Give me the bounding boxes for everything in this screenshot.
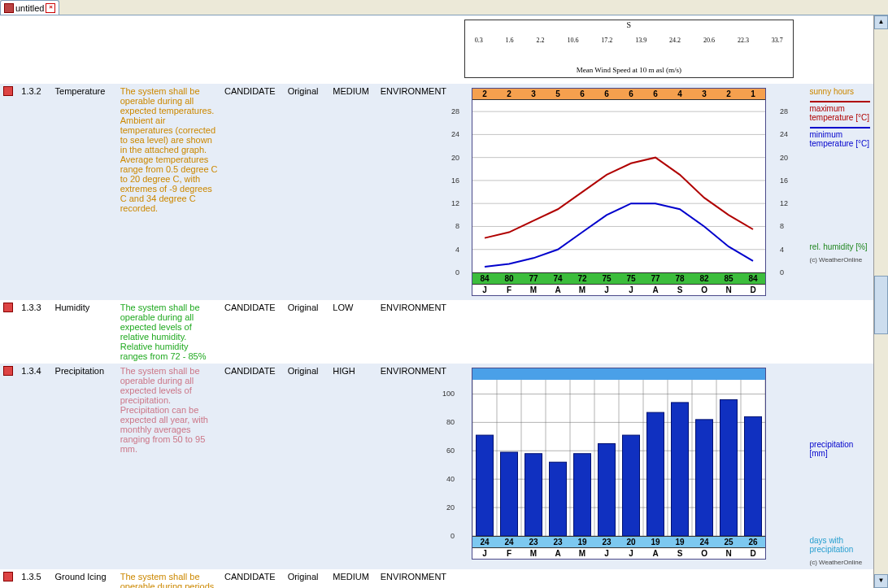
chart-cell: 223566664321 04812162024280481216202428 …	[454, 84, 806, 300]
chart-cell	[454, 300, 806, 364]
svg-rect-29	[525, 454, 542, 536]
requirement-icon	[3, 86, 13, 96]
requirement-title: Humidity	[52, 300, 117, 364]
section-number: 1.3.3	[18, 300, 51, 364]
chart-legend: sunny hours maximum temperature [°C] min…	[807, 84, 874, 300]
svg-rect-38	[745, 416, 762, 536]
scroll-thumb[interactable]	[874, 276, 888, 334]
status-cell: CANDIDATE	[221, 84, 285, 300]
status-cell: CANDIDATE	[221, 300, 285, 364]
severity-cell: HIGH	[329, 364, 377, 569]
section-number: 1.3.2	[18, 84, 51, 300]
requirement-icon	[3, 303, 13, 312]
type-cell: Original	[285, 84, 330, 300]
type-cell: Original	[285, 569, 330, 588]
chart-legend	[807, 300, 874, 364]
requirement-row[interactable]: 1.3.4 Precipitation The system shall be …	[0, 364, 873, 569]
requirement-row[interactable]: 1.3.3 Humidity The system shall be opera…	[0, 300, 873, 364]
legend-min-temp: minimum temperature [°C]	[810, 130, 871, 148]
legend-precip-days: days with precipitation	[810, 536, 871, 554]
legend-precip: precipitation [mm]	[810, 440, 871, 458]
humidity-band: 848077747275757778828584	[472, 272, 765, 284]
type-cell: Original	[285, 300, 330, 364]
status-cell: CANDIDATE	[221, 569, 285, 588]
requirement-title: Ground Icing	[52, 569, 117, 588]
type-cell: Original	[285, 364, 330, 569]
svg-rect-30	[550, 462, 567, 536]
category-cell: ENVIRONMENT	[377, 84, 454, 300]
requirement-text: The system shall be operable during all …	[117, 84, 221, 300]
svg-rect-28	[501, 452, 518, 536]
precip-days-band: 242423231923201919242526	[472, 536, 765, 547]
svg-rect-27	[477, 435, 494, 536]
document-icon	[4, 3, 14, 13]
svg-rect-32	[599, 444, 616, 536]
wind-caption: Mean Wind Speed at 10 m asl (m/s)	[465, 66, 793, 74]
severity-cell: MEDIUM	[329, 84, 377, 300]
category-cell: ENVIRONMENT	[377, 300, 454, 364]
legend-sunny: sunny hours	[810, 87, 871, 96]
legend-humidity: rel. humidity [%]	[810, 242, 871, 251]
svg-rect-31	[574, 454, 591, 536]
status-cell: CANDIDATE	[221, 364, 285, 569]
requirement-icon	[3, 572, 13, 581]
severity-cell: LOW	[329, 300, 377, 364]
requirement-row[interactable]: 1.3.5 Ground Icing The system shall be o…	[0, 569, 873, 588]
chart-legend: precipitation [mm] days with precipitati…	[807, 364, 874, 569]
temperature-chart: 223566664321 04812162024280481216202428 …	[472, 88, 766, 296]
document-tab[interactable]: untitled ×	[0, 0, 59, 15]
requirement-text: The system shall be operable during all …	[117, 364, 221, 569]
requirement-text: The system shall be operable during all …	[117, 300, 221, 364]
tab-title: untitled	[15, 3, 44, 13]
svg-rect-37	[720, 399, 738, 536]
requirement-row[interactable]: 1.3.2 Temperature The system shall be op…	[0, 84, 873, 300]
requirements-grid: S 0.31.62.210.617.213.924.220.622.333.7 …	[0, 15, 874, 588]
svg-rect-36	[696, 420, 713, 536]
requirement-title: Precipitation	[52, 364, 117, 569]
scroll-up-button[interactable]: ▲	[874, 15, 888, 29]
category-cell: ENVIRONMENT	[377, 569, 454, 588]
month-axis: JFMAMJJASOND	[472, 284, 765, 295]
wind-south-label: S	[465, 20, 793, 29]
section-number: 1.3.5	[18, 569, 51, 588]
wind-chart-stub: S 0.31.62.210.617.213.924.220.622.333.7 …	[464, 20, 794, 78]
svg-rect-33	[623, 435, 640, 536]
chart-legend	[807, 569, 874, 588]
legend-max-temp: maximum temperature [°C]	[810, 104, 871, 122]
requirement-icon	[3, 366, 13, 376]
chart-copyright: (c) WeatherOnline	[810, 559, 871, 566]
chart-cell: 020406080100 242423231923201919242526 JF…	[454, 364, 806, 569]
scroll-down-button[interactable]: ▼	[874, 574, 888, 588]
severity-cell: MEDIUM	[329, 569, 377, 588]
chart-copyright: (c) WeatherOnline	[810, 256, 871, 264]
svg-rect-35	[672, 403, 689, 536]
month-axis: JFMAMJJASOND	[472, 547, 765, 559]
vertical-scrollbar[interactable]: ▲ ▼	[874, 15, 888, 588]
tab-bar: untitled ×	[0, 0, 888, 15]
svg-rect-34	[647, 412, 664, 536]
precipitation-chart: 020406080100 242423231923201919242526 JF…	[472, 368, 766, 560]
requirement-title: Temperature	[52, 84, 117, 300]
sunny-hours-band: 223566664321	[472, 89, 765, 100]
chart-cell	[454, 569, 806, 588]
close-icon[interactable]: ×	[46, 3, 55, 13]
section-number: 1.3.4	[18, 364, 51, 569]
requirement-text: The system shall be operable during peri…	[117, 569, 221, 588]
